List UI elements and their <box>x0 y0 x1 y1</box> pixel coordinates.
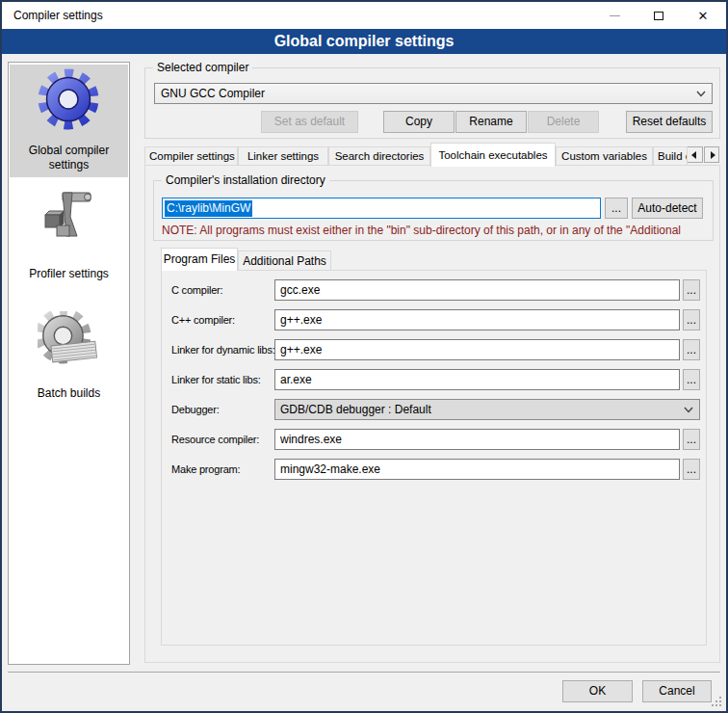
resource-compiler-browse-button[interactable]: ... <box>683 429 700 450</box>
arrow-left-icon <box>691 151 696 159</box>
maximize-icon <box>654 12 663 20</box>
set-as-default-button[interactable]: Set as default <box>261 111 358 133</box>
caliper-icon <box>38 186 99 248</box>
reset-defaults-button[interactable]: Reset defaults <box>626 111 713 133</box>
debugger-label: Debugger: <box>171 399 220 420</box>
sidebar-item-global-compiler[interactable] <box>38 68 99 130</box>
tab-search-directories[interactable]: Search directories <box>328 146 430 165</box>
footer-divider <box>8 672 720 673</box>
tab-custom-variables[interactable]: Custom variables <box>556 146 653 165</box>
minimize-button[interactable] <box>592 2 637 29</box>
c-compiler-label: C compiler: <box>171 279 222 301</box>
tab-scroll-left-button[interactable] <box>687 146 703 163</box>
dynamic-linker-label: Linker for dynamic libs: <box>171 339 275 360</box>
arrow-right-icon <box>711 151 715 159</box>
ok-button[interactable]: OK <box>562 680 633 702</box>
cpp-compiler-input[interactable]: g++.exe <box>274 309 680 330</box>
resource-compiler-label: Resource compiler: <box>171 429 259 450</box>
sidebar-item-global-compiler-label[interactable]: Global compiler settings <box>9 144 129 172</box>
sidebar-item-batch-builds-label[interactable]: Batch builds <box>9 386 129 401</box>
chevron-down-icon <box>684 407 693 413</box>
page-title: Global compiler settings <box>2 29 726 54</box>
rename-button[interactable]: Rename <box>455 111 527 133</box>
sidebar-item-profiler[interactable] <box>38 186 99 248</box>
settings-tab-strip: Compiler settings Linker settings Search… <box>144 143 722 167</box>
static-linker-label: Linker for static libs: <box>171 369 261 390</box>
tab-toolchain-executables[interactable]: Toolchain executables <box>430 143 556 167</box>
sidebar-item-profiler-label[interactable]: Profiler settings <box>9 267 129 281</box>
cpp-compiler-label: C++ compiler: <box>171 309 235 330</box>
static-linker-input[interactable]: ar.exe <box>274 369 680 390</box>
installation-directory-value: C:\raylib\MinGW <box>165 200 252 217</box>
resource-compiler-input[interactable]: windres.exe <box>274 429 680 450</box>
subtab-additional-paths[interactable]: Additional Paths <box>238 251 331 271</box>
tab-scroll-right-button[interactable] <box>704 146 719 163</box>
close-icon: ✕ <box>698 10 709 22</box>
cancel-button[interactable]: Cancel <box>642 680 712 702</box>
c-compiler-input[interactable]: gcc.exe <box>274 279 680 301</box>
chevron-down-icon <box>696 91 706 97</box>
selected-compiler-group: Selected compiler GNU GCC Compiler Set a… <box>144 67 720 139</box>
dynamic-linker-browse-button[interactable]: ... <box>683 339 700 360</box>
compiler-select[interactable]: GNU GCC Compiler <box>154 83 713 104</box>
auto-detect-button[interactable]: Auto-detect <box>632 198 703 219</box>
installation-directory-browse-button[interactable]: ... <box>605 198 628 219</box>
minimize-icon <box>610 15 620 16</box>
debugger-select[interactable]: GDB/CDB debugger : Default <box>274 399 700 420</box>
sidebar-item-batch-builds[interactable] <box>38 311 99 373</box>
resize-grip[interactable] <box>712 697 722 707</box>
compiler-settings-dialog: Compiler settings ✕ Global compiler sett… <box>0 0 728 713</box>
subtab-program-files[interactable]: Program Files <box>161 248 238 271</box>
c-compiler-browse-button[interactable]: ... <box>683 279 700 301</box>
delete-button[interactable]: Delete <box>528 111 599 133</box>
make-program-input[interactable]: mingw32-make.exe <box>274 459 680 480</box>
installation-directory-input[interactable]: C:\raylib\MinGW <box>162 198 601 219</box>
tab-compiler-settings[interactable]: Compiler settings <box>144 146 238 165</box>
gray-gear-stack-icon <box>38 311 99 373</box>
installation-directory-group: Compiler's installation directory C:\ray… <box>153 180 714 241</box>
toolchain-executables-page: Compiler's installation directory C:\ray… <box>144 165 720 663</box>
cpp-compiler-browse-button[interactable]: ... <box>683 309 700 330</box>
blue-gear-icon <box>38 68 99 130</box>
tab-linker-settings[interactable]: Linker settings <box>238 146 328 165</box>
selected-compiler-legend: Selected compiler <box>153 61 252 74</box>
close-button[interactable]: ✕ <box>681 2 725 29</box>
note-text: NOTE: All programs must exist either in … <box>162 224 707 237</box>
make-program-browse-button[interactable]: ... <box>683 459 700 480</box>
tab-build-options[interactable]: Build options <box>653 146 688 165</box>
make-program-label: Make program: <box>171 459 240 480</box>
program-files-page: C compiler: gcc.exe ... C++ compiler: g+… <box>161 270 707 646</box>
compiler-select-value: GNU GCC Compiler <box>161 87 265 100</box>
copy-button[interactable]: Copy <box>383 111 455 133</box>
settings-sidebar: Global compiler settings Profiler settin… <box>8 62 130 665</box>
title-bar[interactable]: Compiler settings ✕ <box>2 2 726 29</box>
dynamic-linker-input[interactable]: g++.exe <box>274 339 680 360</box>
static-linker-browse-button[interactable]: ... <box>683 369 700 390</box>
debugger-select-value: GDB/CDB debugger : Default <box>280 403 431 416</box>
maximize-button[interactable] <box>637 2 681 29</box>
installation-directory-legend: Compiler's installation directory <box>162 173 329 187</box>
window-title: Compiler settings <box>13 2 103 29</box>
